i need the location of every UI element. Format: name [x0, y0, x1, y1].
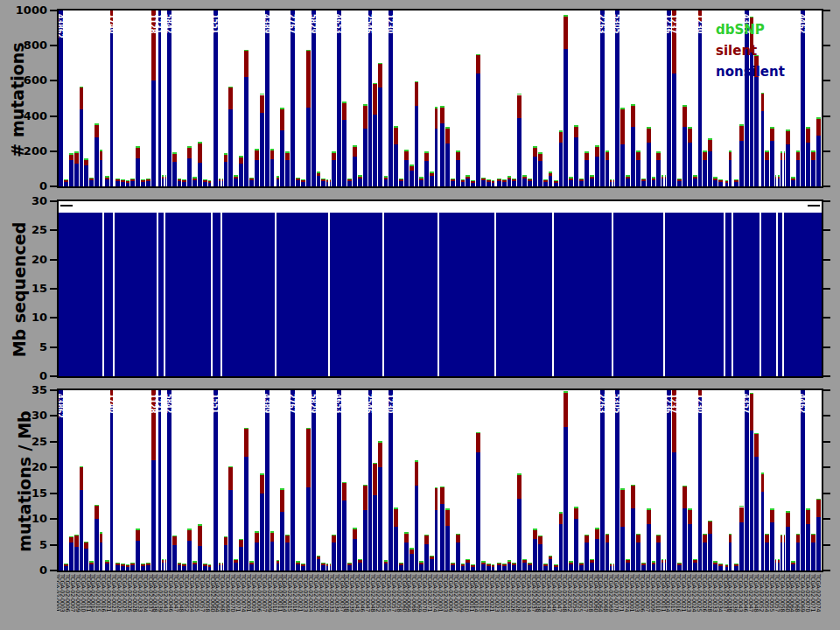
sample-bar — [564, 15, 568, 186]
sample-bar — [765, 150, 769, 186]
silent-segment — [80, 88, 84, 108]
nonsilent-segment — [121, 566, 125, 570]
nonsilent-segment — [574, 519, 578, 570]
silent-segment — [74, 536, 79, 547]
nonsilent-segment — [419, 564, 424, 570]
silent-segment — [579, 179, 584, 181]
nonsilent-segment — [440, 123, 444, 186]
nonsilent-segment — [579, 565, 584, 570]
overflow-value-label: 2767 — [288, 14, 296, 33]
silent-segment — [734, 180, 738, 182]
dbsnp-segment — [528, 178, 532, 180]
nonsilent-segment — [347, 565, 352, 570]
sample-bar — [693, 559, 697, 570]
silent-segment — [682, 486, 687, 508]
overflow-value-label: 1237 — [669, 14, 677, 33]
x-axis-label: TCGA-02-0074 — [815, 574, 822, 612]
y-tick-mark — [823, 200, 830, 202]
dbsnp-segment — [430, 172, 434, 173]
dbsnp-segment — [198, 142, 202, 144]
sample-bar — [383, 176, 388, 186]
sample-bar — [466, 175, 470, 186]
nonsilent-segment — [606, 160, 610, 186]
dbsnp-segment — [631, 485, 635, 486]
sample-bar — [517, 473, 522, 570]
silent-segment — [244, 429, 248, 457]
sample-bar — [146, 178, 150, 186]
dbsnp-segment — [203, 564, 207, 565]
nonsilent-segment — [80, 490, 84, 570]
sample-bar — [430, 172, 434, 186]
nonsilent-segment — [502, 182, 507, 186]
overflow-value-label: 4462 — [798, 394, 806, 413]
nonsilent-segment — [528, 565, 532, 570]
nonsilent-segment — [672, 452, 676, 570]
silent-segment — [497, 179, 501, 181]
nonsilent-segment — [806, 143, 810, 186]
dbsnp-segment — [80, 466, 84, 468]
batch-separator — [113, 390, 115, 570]
sample-bar — [481, 561, 486, 570]
y-tick-mark — [50, 441, 57, 443]
silent-segment — [415, 82, 419, 105]
sample-bar — [569, 561, 573, 570]
dbsnp-segment — [116, 563, 120, 564]
nonsilent-segment — [373, 495, 377, 570]
nonsilent-segment — [497, 565, 501, 570]
nonsilent-segment — [564, 49, 568, 186]
sample-bar — [368, 10, 373, 186]
silent-segment — [141, 564, 145, 566]
dbsnp-segment — [172, 152, 177, 154]
nonsilent-segment — [786, 527, 790, 570]
sample-bar — [656, 535, 661, 570]
sample-bar — [677, 178, 682, 186]
sample-bar — [342, 102, 346, 186]
sample-bar — [373, 83, 377, 186]
silent-segment — [358, 177, 362, 178]
nonsilent-segment — [136, 158, 140, 186]
overflow-value-label: 43862 — [57, 394, 64, 418]
silent-segment — [451, 179, 455, 181]
dbsnp-segment — [410, 548, 414, 550]
nonsilent-segment — [451, 565, 455, 570]
dbsnp-segment — [182, 564, 186, 565]
dbsnp-segment — [270, 149, 275, 150]
sample-bar — [522, 559, 527, 570]
inner-tick-30 — [808, 205, 820, 206]
dbsnp-segment — [636, 534, 640, 536]
nonsilent-segment — [811, 160, 816, 186]
nonsilent-segment — [312, 10, 316, 186]
y-tick-label: 15 — [7, 486, 47, 500]
silent-segment — [765, 535, 769, 542]
sample-bar — [517, 94, 522, 186]
silent-segment — [383, 562, 388, 564]
nonsilent-segment — [682, 508, 687, 570]
nonsilent-segment — [652, 180, 656, 186]
y-tick-mark — [50, 200, 57, 202]
sample-bar — [126, 180, 130, 186]
sample-bar — [198, 524, 202, 570]
sample-bar — [703, 534, 707, 570]
sample-bar — [270, 149, 275, 186]
dbsnp-segment — [569, 177, 573, 178]
sample-bar — [631, 485, 635, 570]
sample-bar — [533, 528, 537, 570]
nonsilent-segment — [182, 182, 186, 186]
nonsilent-segment — [301, 566, 305, 570]
nonsilent-segment — [342, 120, 346, 186]
dbsnp-segment — [255, 149, 259, 150]
y-tick-label: 600 — [7, 74, 47, 87]
silent-segment — [430, 173, 434, 176]
sample-bar — [445, 127, 450, 186]
nonsilent-segment — [647, 524, 651, 570]
batch-separator — [164, 201, 165, 376]
sample-bar — [410, 164, 414, 186]
overflow-value-label: 2767 — [288, 394, 296, 413]
silent-segment — [564, 17, 568, 49]
dbsnp-segment — [64, 564, 68, 565]
silent-segment — [750, 394, 754, 430]
nonsilent-segment — [192, 180, 197, 186]
nonsilent-segment — [141, 566, 145, 570]
nonsilent-segment — [672, 74, 676, 186]
sample-bar — [461, 564, 466, 570]
